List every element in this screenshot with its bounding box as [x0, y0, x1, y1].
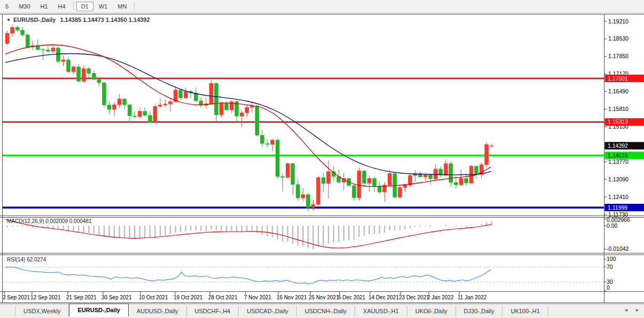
macd-hist-bar [297, 226, 299, 245]
macd-hist-bar [379, 226, 380, 234]
macd-hist-bar [154, 226, 155, 237]
price-axis-label: 1.17850 [608, 53, 629, 59]
timeframe-mn-button[interactable]: MN [113, 2, 131, 11]
timeframe-w1-button[interactable]: W1 [94, 2, 113, 11]
tab-uk100-h1[interactable]: UK100-,H1 [502, 306, 548, 316]
macd-hist-bar [262, 226, 263, 235]
macd-hist-bar [78, 226, 79, 232]
price-badge-label: 1.14392 [608, 142, 628, 149]
macd-hist-bar [231, 226, 232, 230]
timeframe-h1-button[interactable]: H1 [36, 2, 53, 11]
macd-hist-bar [318, 226, 319, 247]
tab-scroll-left-icon[interactable]: ◂ [625, 307, 627, 313]
candle-body [286, 164, 289, 178]
candle-body [434, 169, 437, 179]
macd-hist-bar [185, 226, 186, 231]
macd-hist-bar [236, 226, 237, 232]
timeframe-h4-button[interactable]: H4 [53, 2, 70, 11]
macd-hist-bar [226, 226, 227, 232]
macd-hist-bar [404, 226, 405, 229]
candle-body [459, 178, 463, 185]
tab-usdcad-daily[interactable]: USDCAD-,Daily [239, 306, 297, 316]
candle-body [57, 48, 60, 61]
macd-hist-bar [88, 226, 89, 233]
chart-dropdown-icon[interactable]: ▼ [6, 18, 11, 22]
macd-hist-bar [124, 226, 125, 238]
macd-hist-bar [445, 225, 446, 226]
timeframe-m30-button[interactable]: M30 [14, 2, 35, 11]
macd-hist-bar [206, 226, 207, 231]
macd-hist-bar [22, 226, 23, 227]
macd-hist-bar [338, 226, 339, 242]
macd-hist-bar [246, 226, 247, 231]
macd-hist-bar [328, 226, 329, 244]
price-axis-label: 1.19210 [608, 18, 629, 25]
candle-body [357, 171, 361, 197]
candle-body [87, 69, 91, 74]
tab-usdchf-h4[interactable]: USDCHF-,H4 [187, 306, 239, 316]
candle-body [72, 67, 75, 71]
price-axis-label: 1.13770 [608, 158, 629, 165]
date-axis-label: 19 Oct 2021 [174, 295, 203, 300]
date-axis-label: 10 Oct 2021 [139, 295, 168, 300]
price-badge-label: 1.11999 [608, 204, 627, 211]
tab-scroll-right-icon[interactable]: ▸ [636, 307, 639, 313]
tab-scroll-arrows: ◂ ▸ [625, 307, 639, 313]
candle-body [113, 105, 116, 109]
candle-body [46, 50, 50, 51]
macd-hist-bar [170, 226, 171, 234]
chart-symbol-label: EURUSD-,Daily [13, 17, 56, 23]
candle-body [194, 93, 198, 101]
macd-hist-bar [17, 226, 18, 226]
macd-axis-label: -0.01042 [607, 245, 629, 252]
macd-hist-bar [374, 226, 375, 234]
candle-body [352, 186, 356, 198]
date-axis-label: 28 Oct 2021 [208, 295, 238, 300]
macd-hist-bar [425, 226, 426, 226]
macd-hist-bar [190, 226, 191, 230]
macd-hist-bar [302, 226, 303, 247]
tab-dj30-daily[interactable]: DJ30-,Daily [456, 306, 503, 316]
macd-hist-bar [389, 226, 390, 230]
price-axis-label: 1.13090 [608, 176, 629, 182]
rsi-axis-label: 100 [607, 256, 616, 262]
macd-hist-bar [180, 226, 181, 232]
macd-hist-bar [455, 226, 457, 227]
tab-usdx-weekly[interactable]: USDX,Weekly [15, 306, 69, 316]
tab-usdcnh-daily[interactable]: USDCNH-,Daily [297, 306, 355, 316]
candle-body [317, 178, 320, 204]
candle-body [301, 195, 305, 198]
tab-eurusd-daily[interactable]: EURUSD-,Daily [69, 304, 128, 316]
price-badge-label: 1.17001 [608, 75, 628, 82]
candle-body [159, 105, 162, 106]
timeframe-d1-button[interactable]: D1 [76, 2, 93, 11]
candle-body [153, 106, 157, 122]
tab-ukoil-daily[interactable]: UKOil-,Daily [407, 306, 456, 316]
macd-hist-bar [83, 226, 84, 233]
macd-hist-bar [348, 226, 349, 240]
candle-body [363, 171, 366, 183]
macd-hist-bar [139, 226, 140, 238]
macd-hist-bar [62, 226, 64, 229]
candle-body [378, 186, 381, 192]
macd-hist-bar [175, 226, 176, 233]
candle-body [271, 140, 274, 145]
candle-body [163, 104, 167, 105]
candle-body [449, 164, 453, 182]
macd-axis-label: 0.00 [607, 222, 618, 229]
date-axis-label: 16 Nov 2021 [277, 295, 307, 300]
candle-body [92, 73, 96, 79]
candle-body [321, 178, 325, 184]
timeframe-m15-partial-button[interactable]: 5 [1, 2, 13, 11]
macd-hist-bar [266, 226, 268, 236]
macd-hist-bar [68, 226, 69, 230]
tab-xauusd-h1[interactable]: XAUUSD-,H1 [355, 306, 407, 316]
macd-hist-bar [252, 226, 253, 230]
macd-hist-bar [368, 226, 370, 234]
date-axis-label: 21 Sep 2021 [66, 295, 97, 300]
symbol-tabbar: USDX,WeeklyEURUSD-,DailyAUDUSD-,DailyUSD… [0, 304, 644, 316]
candle-body [255, 106, 259, 136]
macd-hist-bar [12, 226, 13, 227]
tab-audusd-daily[interactable]: AUDUSD-,Daily [129, 306, 187, 316]
chart-canvas[interactable]: 1.192101.185301.178501.171701.164901.158… [0, 0, 644, 318]
